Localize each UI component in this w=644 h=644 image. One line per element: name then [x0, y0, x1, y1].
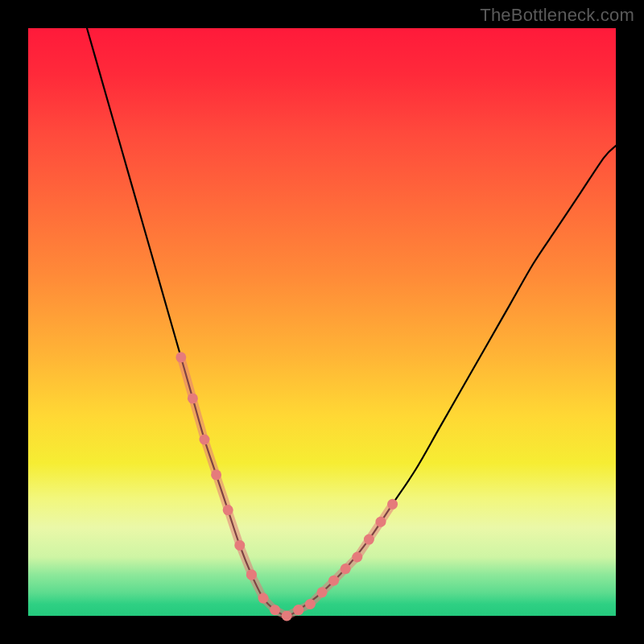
marker-dot: [258, 593, 269, 604]
marker-dot: [188, 393, 198, 403]
marker-dot: [387, 499, 398, 510]
marker-dot: [282, 611, 292, 621]
watermark-text: TheBottleneck.com: [480, 5, 634, 26]
marker-dot: [341, 564, 351, 574]
marker-dot: [175, 352, 186, 362]
marker-connector: [217, 475, 229, 510]
marker-dot: [328, 576, 339, 586]
marker-dot: [246, 569, 257, 580]
marker-dot: [376, 517, 386, 527]
marker-dot: [305, 599, 316, 609]
marker-dot: [352, 552, 362, 563]
marker-dot: [234, 540, 245, 551]
marker-dot: [223, 505, 233, 515]
marker-connector: [192, 398, 204, 440]
marker-dot: [293, 605, 303, 615]
marker-dot: [317, 587, 328, 597]
curve-layer: [28, 28, 616, 616]
marker-connector: [228, 510, 240, 546]
marker-dot: [270, 605, 280, 615]
marker-dot: [364, 535, 374, 545]
marker-connector: [181, 357, 193, 398]
marker-connector: [204, 440, 217, 475]
plot-area: [28, 28, 616, 616]
chart-frame: TheBottleneck.com: [0, 0, 644, 644]
marker-dots: [175, 352, 398, 621]
main-curve: [87, 28, 616, 616]
marker-dot: [211, 469, 221, 480]
marker-dot: [200, 435, 210, 445]
